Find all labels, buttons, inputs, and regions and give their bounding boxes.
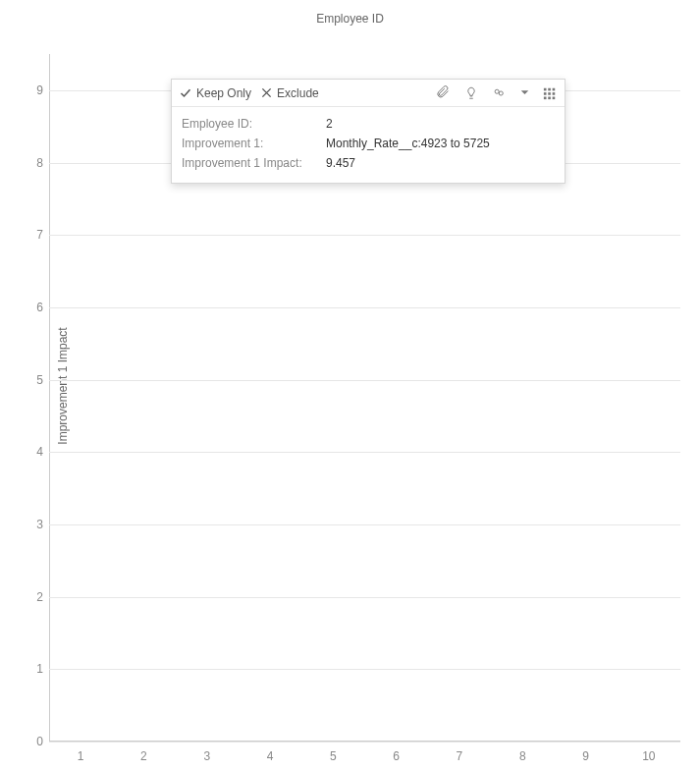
- y-tick-label: 2: [27, 590, 43, 604]
- x-tick-label: 8: [491, 749, 554, 763]
- tooltip-value: Monthly_Rate__c:4923 to 5725: [326, 135, 490, 154]
- svg-rect-10: [553, 96, 556, 99]
- caret-down-icon[interactable]: [520, 88, 529, 97]
- keep-only-button[interactable]: Keep Only: [180, 86, 251, 100]
- tooltip-key: Employee ID:: [182, 115, 314, 135]
- tooltip-body: Employee ID: 2 Improvement 1: Monthly_Ra…: [172, 107, 565, 183]
- keep-only-label: Keep Only: [196, 86, 251, 100]
- y-tick-label: 4: [27, 445, 43, 459]
- y-tick-label: 6: [27, 301, 43, 314]
- x-tick-label: 2: [112, 749, 175, 763]
- group-icon[interactable]: [492, 86, 507, 100]
- chart-container: Employee ID Improvement 1 Impact 0123456…: [0, 0, 700, 771]
- y-tick-label: 3: [27, 518, 43, 531]
- tooltip-row: Employee ID: 2: [182, 115, 555, 135]
- grid-icon[interactable]: [543, 86, 557, 100]
- close-icon: [261, 87, 272, 98]
- tooltip-value: 2: [326, 115, 333, 135]
- paperclip-icon[interactable]: [436, 85, 451, 100]
- x-tick-label: 4: [239, 749, 301, 763]
- x-tick-label: 6: [364, 749, 427, 763]
- y-tick-label: 8: [27, 156, 43, 170]
- svg-rect-2: [544, 87, 547, 90]
- x-tick-label: 10: [618, 749, 680, 763]
- x-tick-label: 3: [176, 749, 239, 763]
- x-tick-label: 9: [554, 749, 617, 763]
- x-tick-label: 1: [49, 749, 112, 763]
- svg-point-0: [495, 89, 499, 93]
- y-tick-label: 9: [27, 83, 43, 97]
- tooltip-key: Improvement 1 Impact:: [182, 154, 314, 174]
- y-tick-label: 7: [27, 228, 43, 242]
- svg-rect-4: [553, 87, 556, 90]
- lightbulb-icon[interactable]: [464, 86, 478, 100]
- tooltip-key: Improvement 1:: [182, 135, 314, 154]
- x-tick-label: 7: [428, 749, 491, 763]
- tooltip-value: 9.457: [326, 154, 355, 174]
- svg-rect-7: [553, 92, 556, 95]
- exclude-button[interactable]: Exclude: [261, 86, 319, 100]
- chart-title: Employee ID: [0, 12, 700, 26]
- tooltip-row: Improvement 1: Monthly_Rate__c:4923 to 5…: [182, 135, 555, 154]
- svg-rect-5: [544, 92, 547, 95]
- grid-line: [49, 742, 680, 743]
- x-tick-label: 5: [301, 749, 364, 763]
- svg-point-1: [499, 90, 503, 94]
- svg-rect-6: [548, 92, 551, 95]
- svg-rect-3: [548, 87, 551, 90]
- exclude-label: Exclude: [277, 86, 319, 100]
- tooltip-row: Improvement 1 Impact: 9.457: [182, 154, 555, 174]
- svg-rect-8: [544, 96, 547, 99]
- check-icon: [180, 87, 191, 99]
- tooltip: Keep Only Exclude: [171, 79, 565, 184]
- y-tick-label: 1: [27, 662, 43, 676]
- tooltip-toolbar: Keep Only Exclude: [172, 80, 565, 107]
- svg-rect-9: [548, 96, 551, 99]
- y-tick-label: 5: [27, 373, 43, 387]
- y-tick-label: 0: [27, 735, 43, 748]
